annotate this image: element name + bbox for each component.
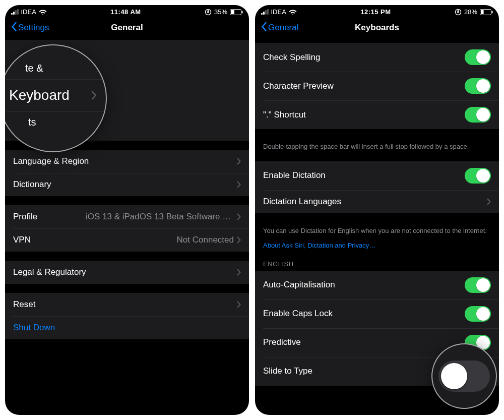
- signal-icon: [11, 9, 19, 15]
- row-reset[interactable]: Reset: [5, 293, 249, 316]
- row-label: Enable Dictation: [263, 170, 326, 181]
- row-label: "." Shortcut: [263, 110, 306, 120]
- settings-group-language: Language & Region Dictionary: [5, 150, 249, 196]
- signal-icon: [261, 9, 269, 15]
- orientation-lock-icon: [205, 9, 212, 16]
- row-shut-down[interactable]: Shut Down: [5, 316, 249, 339]
- row-profile[interactable]: Profile iOS 13 & iPadOS 13 Beta Software…: [5, 205, 249, 228]
- battery-icon: [230, 9, 243, 15]
- svg-rect-3: [231, 10, 234, 14]
- row-enable-caps-lock: Enable Caps Lock: [255, 299, 499, 328]
- chevron-right-icon: [237, 301, 241, 308]
- svg-rect-6: [457, 11, 459, 13]
- toggle-period-shortcut[interactable]: [465, 107, 491, 123]
- row-label: Check Spelling: [263, 52, 320, 63]
- toggle-slide-to-type-zoomed[interactable]: [438, 361, 490, 392]
- row-label: Character Preview: [263, 81, 334, 91]
- row-label: Enable Caps Lock: [263, 309, 333, 319]
- row-dictation-languages[interactable]: Dictation Languages: [255, 190, 499, 213]
- chevron-right-icon: [237, 181, 241, 188]
- row-language-region[interactable]: Language & Region: [5, 150, 249, 173]
- settings-group-reset: Reset Shut Down: [5, 293, 249, 339]
- chevron-right-icon: [237, 269, 241, 276]
- row-keyboard[interactable]: Keyboard: [9, 87, 70, 103]
- svg-rect-1: [207, 11, 209, 13]
- magnifier-callout: [432, 344, 496, 408]
- chevron-right-icon: [237, 213, 241, 220]
- status-bar: IDEA 12:15 PM 28%: [255, 5, 499, 17]
- link-about-privacy[interactable]: About Ask Siri, Dictation and Privacy…: [255, 236, 499, 251]
- battery-icon: [480, 9, 493, 15]
- clock-label: 12:15 PM: [360, 8, 391, 16]
- row-label: Dictionary: [13, 179, 51, 190]
- toggle-character-preview[interactable]: [465, 78, 491, 94]
- toggle-check-spelling[interactable]: [465, 49, 491, 65]
- row-value: Not Connected: [177, 235, 237, 245]
- row-enable-dictation: Enable Dictation: [255, 161, 499, 190]
- nav-bar: Settings General: [5, 17, 249, 39]
- row-label: Dictation Languages: [263, 197, 341, 207]
- svg-rect-9: [492, 11, 493, 13]
- row-label: Predictive: [263, 337, 301, 347]
- settings-group-profile: Profile iOS 13 & iPadOS 13 Beta Software…: [5, 205, 249, 252]
- row-label: Auto-Capitalisation: [263, 280, 335, 290]
- chevron-right-icon: [487, 198, 491, 205]
- row-check-spelling: Check Spelling: [255, 43, 499, 72]
- row-label: Legal & Regulatory: [13, 267, 86, 277]
- settings-group-dictation: Enable Dictation Dictation Languages: [255, 161, 499, 213]
- battery-pct-label: 28%: [464, 8, 477, 16]
- back-button[interactable]: General: [258, 17, 301, 39]
- clock-label: 11:48 AM: [110, 8, 141, 16]
- svg-rect-4: [241, 11, 242, 13]
- page-title: Keyboards: [355, 23, 399, 33]
- orientation-lock-icon: [455, 9, 462, 16]
- row-legal-regulatory[interactable]: Legal & Regulatory: [5, 261, 249, 284]
- chevron-right-icon: [237, 236, 241, 244]
- carrier-label: IDEA: [21, 8, 36, 16]
- battery-pct-label: 35%: [214, 8, 227, 16]
- row-label: VPN: [13, 235, 31, 245]
- row-vpn[interactable]: VPN Not Connected: [5, 228, 249, 252]
- magnifier-fragment-bottom: ts: [9, 116, 36, 128]
- row-period-shortcut: "." Shortcut: [255, 100, 499, 129]
- phone-left: IDEA 11:48 AM 35% Settings General: [5, 5, 249, 415]
- chevron-right-icon: [237, 158, 241, 165]
- nav-bar: General Keyboards: [255, 17, 499, 39]
- chevron-left-icon: [11, 22, 17, 34]
- row-label: Slide to Type: [263, 366, 312, 376]
- toggle-enable-dictation[interactable]: [465, 168, 491, 184]
- wifi-icon: [39, 9, 47, 15]
- row-auto-capitalisation: Auto-Capitalisation: [255, 271, 499, 299]
- row-label: Language & Region: [13, 156, 89, 166]
- back-label: General: [268, 23, 298, 33]
- status-bar: IDEA 11:48 AM 35%: [5, 5, 249, 17]
- phone-right: IDEA 12:15 PM 28% General Keyboards: [255, 5, 499, 415]
- footer-period-shortcut: Double-tapping the space bar will insert…: [255, 138, 499, 152]
- row-dictionary[interactable]: Dictionary: [5, 173, 249, 196]
- back-button[interactable]: Settings: [8, 17, 52, 39]
- chevron-right-icon: [91, 91, 97, 100]
- row-character-preview: Character Preview: [255, 72, 499, 100]
- settings-group-legal: Legal & Regulatory: [5, 261, 249, 284]
- magnifier-fragment-top: te &: [9, 63, 43, 74]
- back-label: Settings: [18, 23, 49, 33]
- footer-dictation: You can use Dictation for English when y…: [255, 222, 499, 236]
- row-label: Shut Down: [13, 323, 55, 333]
- chevron-left-icon: [261, 22, 267, 34]
- section-header-english: ENGLISH: [255, 251, 499, 271]
- toggle-auto-capitalisation[interactable]: [465, 277, 491, 293]
- carrier-label: IDEA: [271, 8, 286, 16]
- page-title: General: [111, 23, 143, 33]
- toggle-enable-caps-lock[interactable]: [465, 306, 491, 322]
- settings-group-spelling: Check Spelling Character Preview "." Sho…: [255, 43, 499, 129]
- wifi-icon: [289, 9, 297, 15]
- row-label: Reset: [13, 299, 35, 310]
- svg-rect-8: [481, 10, 484, 14]
- row-value: iOS 13 & iPadOS 13 Beta Software Pr…: [86, 212, 237, 222]
- row-label: Profile: [13, 212, 37, 222]
